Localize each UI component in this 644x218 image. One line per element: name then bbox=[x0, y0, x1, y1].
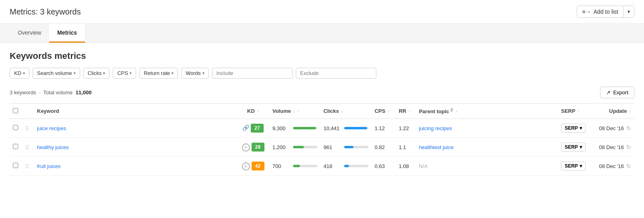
sort-icon: ↑ bbox=[578, 109, 580, 114]
filter-cps[interactable]: CPS ▾ bbox=[113, 68, 136, 79]
sort-icon: ↑ bbox=[297, 109, 299, 114]
filter-clicks[interactable]: Clicks ▾ bbox=[83, 68, 110, 79]
tab-metrics-label: Metrics bbox=[57, 29, 77, 36]
col-volume[interactable]: Volume ↓ ↑ bbox=[269, 104, 320, 119]
rr-cell: 1.22 bbox=[396, 119, 416, 138]
volume-cell: 700 bbox=[269, 157, 320, 176]
row-checkbox-cell[interactable] bbox=[10, 119, 22, 138]
add-to-list-button-group[interactable]: ≡→ Add to list ▾ bbox=[577, 6, 634, 18]
drag-handle-icon[interactable]: ☰ bbox=[25, 145, 29, 150]
stats-summary: 3 keywords · Total volume 11,000 bbox=[10, 89, 92, 96]
total-volume-label: Total volume bbox=[43, 89, 73, 96]
parent-topic-link[interactable]: juicing recipes bbox=[419, 125, 452, 131]
title-count: 3 keywords bbox=[40, 7, 81, 16]
stats-bar: 3 keywords · Total volume 11,000 ↗ Expor… bbox=[10, 87, 634, 98]
select-all-checkbox[interactable] bbox=[13, 108, 18, 113]
col-rr[interactable]: RR ↑ bbox=[396, 104, 416, 119]
col-keyword: Keyword bbox=[34, 104, 237, 119]
sort-icon: ↑ bbox=[257, 109, 259, 114]
kd-cell: 🔗 27 bbox=[237, 119, 269, 138]
col-clicks[interactable]: Clicks ↑ bbox=[320, 104, 372, 119]
table-row: ☰ fruit juices ④ 42 700 418 bbox=[10, 157, 634, 176]
serp-cell[interactable]: SERP ▾ bbox=[558, 138, 594, 157]
total-volume-value: 11,000 bbox=[76, 89, 92, 96]
main-content: Keywords metrics KD ▾ Search volume ▾ Cl… bbox=[0, 43, 644, 184]
keyword-cell: healthy juices bbox=[34, 138, 237, 157]
drag-handle-cell[interactable]: ☰ bbox=[22, 157, 34, 176]
circle-icon: ④ bbox=[242, 143, 250, 152]
export-label: Export bbox=[613, 89, 628, 96]
col-cps[interactable]: CPS ↑ bbox=[372, 104, 396, 119]
exclude-input[interactable] bbox=[296, 68, 376, 79]
serp-dropdown-button[interactable]: SERP ▾ bbox=[561, 143, 586, 152]
keyword-link[interactable]: juice recipes bbox=[37, 125, 66, 131]
drag-handle-cell[interactable]: ☰ bbox=[22, 138, 34, 157]
add-to-list-dropdown-button[interactable]: ▾ bbox=[623, 6, 634, 17]
serp-label: SERP bbox=[565, 144, 578, 150]
kd-cell: ④ 42 bbox=[237, 157, 269, 176]
col-parent-topic[interactable]: Parent topic β ↑ bbox=[416, 104, 558, 119]
chevron-down-icon: ▾ bbox=[580, 163, 582, 169]
filter-kd-label: KD bbox=[14, 70, 21, 76]
cps-cell: 0.63 bbox=[372, 157, 396, 176]
tab-overview[interactable]: Overview bbox=[10, 24, 49, 43]
volume-cell: 1,200 bbox=[269, 138, 320, 157]
chain-icon: 🔗 bbox=[242, 125, 249, 131]
add-to-list-label: Add to list bbox=[594, 8, 618, 15]
filter-kd[interactable]: KD ▾ bbox=[10, 68, 29, 79]
chevron-down-icon: ▾ bbox=[580, 125, 582, 131]
drag-handle-icon[interactable]: ☰ bbox=[25, 126, 29, 131]
volume-bar-fill bbox=[293, 165, 300, 167]
tab-metrics[interactable]: Metrics bbox=[49, 24, 85, 43]
drag-handle-icon[interactable]: ☰ bbox=[25, 164, 29, 169]
serp-dropdown-button[interactable]: SERP ▾ bbox=[561, 162, 586, 170]
serp-cell[interactable]: SERP ▾ bbox=[558, 157, 594, 176]
chevron-down-icon: ▾ bbox=[103, 71, 105, 75]
filter-words[interactable]: Words ▾ bbox=[181, 68, 208, 79]
sort-icon: ↑ bbox=[388, 109, 390, 114]
rr-value: 1.1 bbox=[399, 144, 406, 150]
kd-badge: 28 bbox=[252, 143, 264, 152]
add-to-list-main-button[interactable]: ≡→ Add to list bbox=[577, 6, 623, 17]
filter-search-volume[interactable]: Search volume ▾ bbox=[33, 68, 80, 79]
sort-icon: ↓ bbox=[293, 109, 295, 114]
refresh-icon[interactable]: ↻ bbox=[626, 163, 631, 169]
parent-topic-link[interactable]: healthiest juice bbox=[419, 144, 454, 150]
col-kd[interactable]: KD ↑ bbox=[237, 104, 269, 119]
volume-value: 700 bbox=[272, 163, 291, 169]
include-input[interactable] bbox=[212, 68, 293, 79]
col-update[interactable]: Update ↑ bbox=[594, 104, 634, 119]
row-checkbox[interactable] bbox=[13, 163, 18, 168]
kd-badge: 27 bbox=[251, 124, 264, 133]
clicks-cell: 418 bbox=[320, 157, 372, 176]
update-date: 08 Dec '16 bbox=[599, 144, 624, 150]
keyword-link[interactable]: fruit juices bbox=[37, 163, 61, 169]
serp-cell[interactable]: SERP ▾ bbox=[558, 119, 594, 138]
row-checkbox[interactable] bbox=[13, 144, 18, 149]
rr-cell: 1.08 bbox=[396, 157, 416, 176]
col-drag bbox=[22, 104, 34, 119]
update-cell: 08 Dec '16 ↻ bbox=[594, 119, 634, 138]
row-checkbox[interactable] bbox=[13, 125, 18, 130]
clicks-cell: 961 bbox=[320, 138, 372, 157]
export-button[interactable]: ↗ Export bbox=[600, 87, 634, 98]
refresh-icon[interactable]: ↻ bbox=[626, 125, 631, 131]
volume-bar-fill bbox=[293, 146, 304, 148]
table-row: ☰ healthy juices ④ 28 1,200 961 bbox=[10, 138, 634, 157]
drag-handle-cell[interactable]: ☰ bbox=[22, 119, 34, 138]
chevron-down-icon: ▾ bbox=[74, 71, 76, 75]
sort-icon: ↑ bbox=[409, 109, 411, 114]
sort-icon: ↑ bbox=[455, 110, 457, 114]
parent-topic-cell: healthiest juice bbox=[416, 138, 558, 157]
filter-return-rate[interactable]: Return rate ▾ bbox=[139, 68, 178, 79]
keyword-link[interactable]: healthy juices bbox=[37, 144, 69, 150]
row-checkbox-cell[interactable] bbox=[10, 157, 22, 176]
table-row: ☰ juice recipes 🔗 27 9,300 10,441 bbox=[10, 119, 634, 138]
row-checkbox-cell[interactable] bbox=[10, 138, 22, 157]
refresh-icon[interactable]: ↻ bbox=[626, 144, 631, 150]
clicks-bar-track bbox=[344, 146, 368, 148]
rr-value: 1.08 bbox=[399, 163, 409, 169]
col-checkbox[interactable] bbox=[10, 104, 22, 119]
serp-dropdown-button[interactable]: SERP ▾ bbox=[561, 124, 586, 133]
col-serp[interactable]: SERP ↑ bbox=[558, 104, 594, 119]
